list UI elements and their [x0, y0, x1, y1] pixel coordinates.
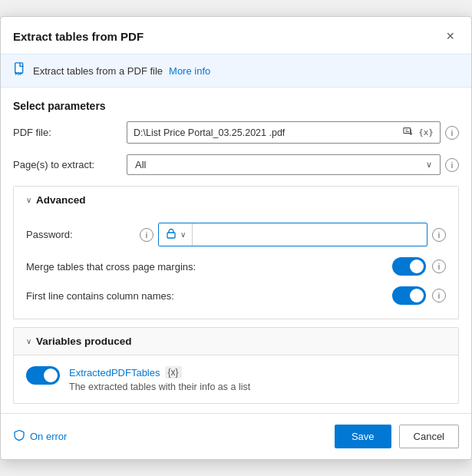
pdf-file-label: PDF file: [13, 127, 120, 138]
pages-extract-row: Page(s) to extract: All ∨ i [13, 154, 459, 175]
pdf-file-info-icon[interactable]: i [445, 126, 459, 140]
variable-description: The extracted tables with their info as … [69, 382, 446, 392]
svg-text:PDF: PDF [15, 72, 22, 76]
advanced-content: Password: i ∨ [14, 213, 458, 319]
first-line-toggle[interactable] [392, 286, 426, 305]
password-info-icon[interactable]: i [140, 228, 153, 242]
cancel-button[interactable]: Cancel [399, 425, 459, 448]
password-end-info-icon[interactable]: i [432, 228, 446, 242]
dialog-header: Extract tables from PDF × [1, 17, 471, 54]
merge-tables-toggle[interactable] [392, 257, 426, 276]
merge-tables-info-icon[interactable]: i [432, 259, 446, 273]
variables-toggle[interactable] [26, 366, 60, 385]
advanced-label: Advanced [36, 194, 86, 206]
close-button[interactable]: × [441, 28, 459, 45]
pdf-file-icons: {x} [403, 126, 434, 139]
pdf-file-input[interactable]: D:\List Price Portal_03.25.2021 .pdf {x} [127, 121, 441, 144]
variables-section: ∨ Variables produced ExtractedPDFTables … [13, 327, 459, 404]
pages-label: Page(s) to extract: [13, 159, 120, 170]
password-prefix[interactable]: ∨ [159, 223, 193, 246]
password-label: Password: [26, 229, 134, 240]
dialog-title: Extract tables from PDF [13, 30, 144, 43]
more-info-link[interactable]: More info [169, 65, 210, 77]
pages-chevron-icon: ∨ [426, 160, 432, 170]
svg-rect-2 [404, 128, 411, 134]
on-error-button[interactable]: On error [13, 429, 67, 444]
variable-name-row: ExtractedPDFTables {x} [69, 366, 446, 378]
password-input[interactable] [193, 225, 427, 244]
pdf-file-control: D:\List Price Portal_03.25.2021 .pdf {x} [127, 121, 459, 144]
pdf-file-row: PDF file: D:\List Price Portal_03.25.202… [13, 121, 459, 144]
advanced-chevron-icon: ∨ [26, 196, 31, 204]
footer: On error Save Cancel [1, 413, 471, 459]
footer-actions: Save Cancel [335, 425, 459, 448]
section-title: Select parameters [1, 88, 471, 121]
svg-rect-3 [167, 233, 175, 238]
on-error-shield-icon [13, 429, 25, 444]
variable-badge: {x} [165, 366, 182, 378]
password-dropdown-chevron-icon: ∨ [180, 230, 186, 239]
advanced-header[interactable]: ∨ Advanced [14, 187, 458, 213]
lock-icon [165, 227, 177, 242]
pdf-icon: PDF [13, 62, 27, 79]
file-browse-icon[interactable] [403, 126, 414, 139]
merge-tables-label: Merge tables that cross page margins: [26, 261, 386, 273]
pages-info-icon[interactable]: i [445, 158, 459, 172]
info-bar: PDF Extract tables from a PDF file More … [1, 54, 471, 88]
on-error-label: On error [30, 431, 67, 442]
password-row: Password: i ∨ [26, 223, 446, 246]
save-button[interactable]: Save [335, 425, 391, 448]
pages-control: All ∨ i [127, 154, 459, 175]
variable-info: ExtractedPDFTables {x} The extracted tab… [69, 366, 446, 392]
variables-chevron-icon: ∨ [26, 337, 31, 345]
dialog: Extract tables from PDF × PDF Extract ta… [0, 16, 472, 460]
pdf-file-value: D:\List Price Portal_03.25.2021 .pdf [134, 127, 285, 138]
pages-value: All [135, 159, 146, 170]
variables-header[interactable]: ∨ Variables produced [14, 328, 458, 355]
variable-name[interactable]: ExtractedPDFTables [69, 367, 160, 378]
first-line-info-icon[interactable]: i [432, 289, 446, 302]
first-line-label: First line contains column names: [26, 290, 386, 302]
advanced-section: ∨ Advanced Password: i [13, 186, 459, 319]
pages-select[interactable]: All ∨ [127, 154, 441, 175]
merge-tables-row: Merge tables that cross page margins: i [26, 257, 446, 276]
variables-label: Variables produced [36, 336, 132, 347]
password-field: ∨ [158, 223, 427, 246]
first-line-row: First line contains column names: i [26, 286, 446, 305]
file-variable-icon[interactable]: {x} [418, 127, 434, 137]
info-bar-text: Extract tables from a PDF file [33, 65, 163, 77]
variables-content: ExtractedPDFTables {x} The extracted tab… [14, 355, 458, 403]
